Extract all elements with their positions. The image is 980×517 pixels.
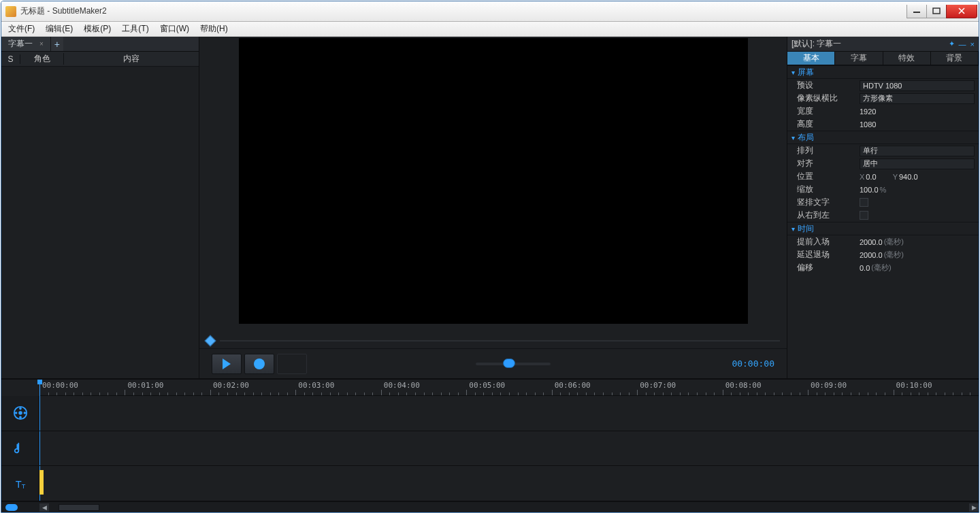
tab-add-button[interactable]: + [51,37,63,51]
svg-point-6 [14,412,17,414]
scale-label: 缩放 [797,184,860,195]
track-text-header[interactable]: TT [1,466,39,501]
svg-point-4 [19,407,22,410]
track-text[interactable] [39,466,979,501]
pos-x-value[interactable]: 0.0 [866,173,876,181]
properties-panel: [默认]: 字幕一 ✦ — × 基本 字幕 特效 背景 屏幕 预设HDTV 10… [787,37,979,378]
svg-point-7 [23,412,26,414]
timeline-ruler[interactable]: 00:00:0000:01:0000:02:0000:03:0000:04:00… [39,380,979,396]
stop-button[interactable] [277,354,307,374]
preview-panel: 00:00:00 [199,37,787,378]
play-icon [223,358,231,369]
track-audio[interactable] [39,431,979,467]
group-time: 时间 提前入场2000.0(毫秒) 延迟退场2000.0(毫秒) 偏移0.0(毫… [787,222,979,274]
menu-template[interactable]: 模板(P) [78,23,116,35]
record-icon [254,358,265,369]
panel-minus-icon[interactable]: — [959,40,966,48]
properties-body: 屏幕 预设HDTV 1080 像素纵横比方形像素 宽度1920 高度1080 布… [787,65,979,378]
par-label: 像素纵横比 [797,93,860,104]
menu-help[interactable]: 帮助(H) [195,23,233,35]
scrub-line[interactable] [220,340,780,341]
track-video-header[interactable] [1,396,39,431]
menu-tools[interactable]: 工具(T) [116,23,154,35]
scale-value[interactable]: 100.0 [860,186,879,194]
group-layout-title[interactable]: 布局 [787,131,979,144]
track-bodies[interactable] [39,396,979,501]
vertical-checkbox[interactable] [860,198,868,207]
video-preview[interactable] [239,38,748,324]
app-icon [5,6,16,17]
scroll-right-button[interactable]: ▶ [969,503,979,512]
scroll-thumb[interactable] [59,504,99,511]
tab-close-icon[interactable]: × [39,40,44,48]
postout-value[interactable]: 2000.0 [860,251,883,259]
col-content[interactable]: 内容 [64,53,199,65]
list-header: S 角色 内容 [1,52,199,67]
group-layout: 布局 排列单行 对齐居中 位置 X 0.0 Y 940.0 缩放 100.0 % [787,131,979,222]
ruler-label: 00:09:00 [811,381,847,390]
offset-value[interactable]: 0.0 [860,264,870,272]
scroll-track[interactable] [49,504,969,511]
preset-select[interactable]: HDTV 1080 [860,80,975,91]
properties-tabs: 基本 字幕 特效 背景 [787,52,979,65]
pos-x-prefix: X [860,173,864,181]
rtl-checkbox[interactable] [860,211,868,220]
group-screen-title[interactable]: 屏幕 [787,65,979,79]
menubar: 文件(F) 编辑(E) 模板(P) 工具(T) 窗口(W) 帮助(H) [1,22,979,37]
properties-header: [默认]: 字幕一 ✦ — × [787,37,979,52]
position-label: 位置 [797,171,860,182]
keyframe-icon[interactable] [205,335,216,347]
subtitle-clip[interactable] [39,470,44,495]
tab-background[interactable]: 背景 [931,52,979,65]
group-time-title[interactable]: 时间 [787,222,979,235]
vertical-label: 竖排文字 [797,197,860,208]
zoom-knob[interactable] [5,504,18,511]
prein-unit: (毫秒) [884,237,904,247]
track-video[interactable] [39,396,979,431]
tab-label: 字幕一 [8,38,33,50]
preview-holder [199,37,787,333]
svg-point-5 [19,416,22,419]
align-select[interactable]: 居中 [860,159,975,169]
scroll-left-button[interactable]: ◀ [39,503,49,512]
panel-close-icon[interactable]: × [970,40,975,48]
minimize-button[interactable] [906,5,927,18]
pos-y-value[interactable]: 940.0 [899,173,918,181]
app-window: 无标题 - SubtitleMaker2 文件(F) 编辑(E) 模板(P) 工… [1,1,979,513]
slider-knob[interactable] [503,358,515,368]
tab-basic[interactable]: 基本 [787,52,835,65]
menu-file[interactable]: 文件(F) [3,23,40,35]
titlebar[interactable]: 无标题 - SubtitleMaker2 [1,1,979,22]
track-headers: TT [1,396,39,501]
col-role[interactable]: 角色 [20,53,64,65]
list-body[interactable] [1,67,199,378]
menu-window[interactable]: 窗口(W) [154,23,195,35]
panel-add-icon[interactable]: ✦ [949,39,955,48]
speed-slider[interactable] [476,363,551,365]
tab-subtitle-1[interactable]: 字幕一 × [1,37,51,51]
arrange-select[interactable]: 单行 [860,146,975,156]
zoom-slider[interactable] [1,504,39,511]
ruler-label: 00:04:00 [384,381,420,390]
close-button[interactable] [946,5,977,18]
height-value[interactable]: 1080 [860,120,876,129]
tab-subtitle[interactable]: 字幕 [835,52,883,65]
ruler-label: 00:00:00 [42,381,78,390]
maximize-button[interactable] [926,5,947,18]
col-s[interactable]: S [1,54,20,64]
play-button[interactable] [212,354,242,374]
height-label: 高度 [797,118,860,130]
tab-effect[interactable]: 特效 [883,52,931,65]
prein-value[interactable]: 2000.0 [860,238,883,246]
track-audio-header[interactable] [1,431,39,467]
menu-edit[interactable]: 编辑(E) [40,23,78,35]
align-label: 对齐 [797,158,860,169]
ruler-label: 00:03:00 [298,381,334,390]
scale-unit: % [880,186,887,194]
window-title: 无标题 - SubtitleMaker2 [20,5,907,17]
width-value[interactable]: 1920 [860,107,876,116]
par-select[interactable]: 方形像素 [860,93,975,104]
record-button[interactable] [244,354,274,374]
ruler-label: 00:07:00 [640,381,676,390]
offset-unit: (毫秒) [871,263,891,273]
